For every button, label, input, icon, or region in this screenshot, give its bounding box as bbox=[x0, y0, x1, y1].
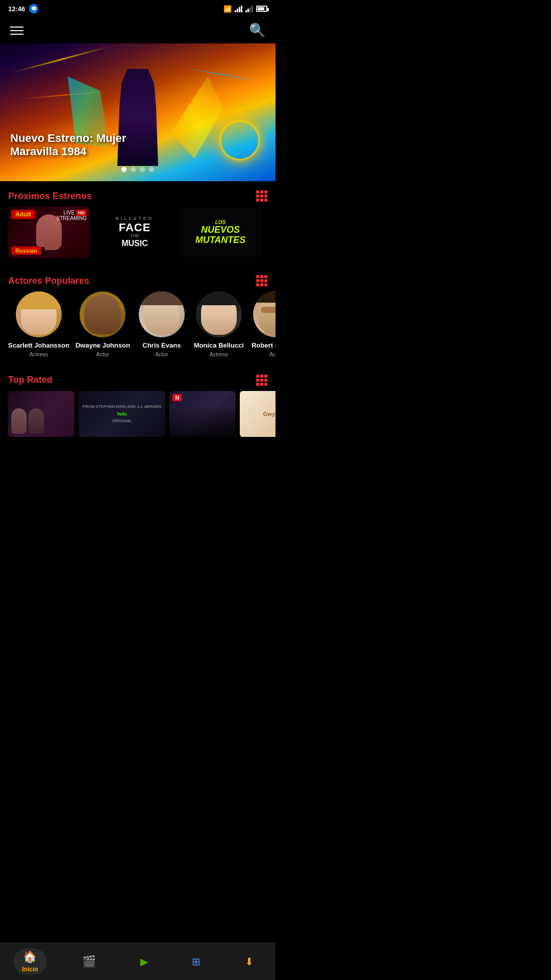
avatar-robert bbox=[253, 291, 276, 337]
toprated-scroll: FROM STEPHEN KING AND J.J. ABRAMS hulu O… bbox=[0, 391, 276, 445]
rated-card-3-bg: N bbox=[169, 391, 236, 437]
hero-banner[interactable]: Nuevo Estreno: Mujer Maravilla 1984 bbox=[0, 43, 276, 181]
signal-bars-2 bbox=[245, 6, 253, 12]
actor-role-robert: Actor bbox=[269, 351, 276, 357]
dot-3[interactable] bbox=[140, 167, 145, 172]
hair-chris bbox=[141, 291, 183, 305]
status-left: 12:46 💬 bbox=[8, 4, 38, 13]
russian-badge: Russian bbox=[11, 247, 41, 255]
actor-role-monica: Actress bbox=[210, 351, 229, 357]
actor-card-dwayne[interactable]: Dwayne Johnson Actor bbox=[76, 291, 130, 357]
hair-robert bbox=[255, 291, 276, 303]
rated-card-4[interactable]: Gwyn... bbox=[240, 391, 276, 437]
actor-name-monica: Monica Bellucci bbox=[194, 341, 244, 350]
time-display: 12:46 bbox=[8, 5, 25, 13]
billted-the: THE bbox=[116, 234, 154, 239]
actor-role-scarlett: Actress bbox=[30, 351, 48, 357]
rated-card-1[interactable] bbox=[8, 391, 74, 437]
face-robert bbox=[258, 294, 276, 335]
actor-card-monica[interactable]: Monica Bellucci Actress bbox=[193, 291, 244, 357]
movie-card-mutantes[interactable]: LOS NUEVOS MUTANTES bbox=[180, 207, 261, 258]
proximos-scroll: Adult LIVE HDSTREAMING ▶ live-video Russ… bbox=[0, 207, 276, 266]
avatar-dwayne bbox=[80, 291, 126, 337]
actor-card-chris[interactable]: Chris Evans Actor bbox=[136, 291, 187, 357]
rated-card-3[interactable]: N bbox=[169, 391, 236, 437]
status-right: 📶 bbox=[223, 5, 267, 13]
proximos-grid-button[interactable] bbox=[256, 190, 267, 202]
billted-face: FACE bbox=[116, 222, 154, 234]
battery-icon bbox=[256, 6, 267, 12]
netflix-card-label bbox=[169, 406, 236, 437]
toprated-section-header: Top Rated bbox=[0, 365, 276, 391]
rated-card-4-label: Gwyn... bbox=[263, 411, 276, 417]
carousel-dots bbox=[121, 167, 154, 172]
live-hd-badge: LIVE HDSTREAMING bbox=[57, 210, 87, 221]
netflix-badge: N bbox=[172, 394, 182, 401]
rated-card-2-text: FROM STEPHEN KING AND J.J. ABRAMS bbox=[83, 404, 161, 409]
toprated-grid-button[interactable] bbox=[256, 375, 267, 386]
actores-title: Actores Populares bbox=[8, 276, 89, 286]
toprated-title: Top Rated bbox=[8, 375, 53, 385]
mutantes-nuevos: NUEVOS bbox=[195, 225, 246, 235]
face-dwayne bbox=[84, 295, 121, 334]
avatar-chris bbox=[139, 291, 185, 337]
actor-card-scarlett[interactable]: Scarlett Johansson Actress bbox=[8, 291, 69, 357]
face-chris bbox=[144, 294, 180, 335]
mutantes-bg: LOS NUEVOS MUTANTES bbox=[180, 207, 261, 258]
actor-name-dwayne: Dwayne Johnson bbox=[76, 341, 130, 350]
search-button[interactable]: 🔍 bbox=[249, 22, 265, 38]
actores-section-header: Actores Populares bbox=[0, 266, 276, 291]
actor-name-robert: Robert Downey bbox=[252, 341, 276, 350]
mutantes-text: LOS NUEVOS MUTANTES bbox=[195, 219, 246, 246]
rated-card-2-bg: FROM STEPHEN KING AND J.J. ABRAMS hulu O… bbox=[79, 391, 165, 437]
avatar-monica bbox=[196, 291, 242, 337]
billted-text: BILL&TED FACE THE MUSIC bbox=[116, 216, 154, 248]
proximos-section-header: Próximos Estrenos bbox=[0, 181, 276, 207]
rated-card-1-figures bbox=[11, 408, 44, 434]
adult-badge: Adult bbox=[11, 210, 35, 219]
actor-name-chris: Chris Evans bbox=[142, 341, 181, 350]
signal-bars bbox=[235, 6, 242, 12]
hair-scarlett bbox=[17, 291, 61, 309]
dot-1[interactable] bbox=[121, 167, 127, 172]
figure-2 bbox=[29, 408, 44, 434]
billted-music: MUSIC bbox=[116, 239, 154, 248]
hulu-original: ORIGINAL bbox=[112, 419, 132, 423]
status-bar: 12:46 💬 📶 bbox=[0, 0, 276, 17]
actores-grid-button[interactable] bbox=[256, 275, 267, 286]
actor-card-robert[interactable]: Robert Downey Actor bbox=[251, 291, 276, 357]
dot-2[interactable] bbox=[131, 167, 136, 172]
movie-card-adult[interactable]: Adult LIVE HDSTREAMING ▶ live-video Russ… bbox=[8, 207, 90, 258]
actor-role-dwayne: Actor bbox=[96, 351, 110, 357]
actor-role-chris: Actor bbox=[155, 351, 168, 357]
face-scarlett bbox=[21, 294, 57, 335]
hair-monica bbox=[198, 291, 240, 305]
app-header: 🔍 bbox=[0, 17, 276, 43]
rated-card-1-bg bbox=[8, 391, 74, 437]
face-monica bbox=[201, 294, 237, 335]
rated-card-4-bg: Gwyn... bbox=[240, 391, 276, 437]
dot-4[interactable] bbox=[149, 167, 154, 172]
wifi-icon: 📶 bbox=[223, 5, 232, 13]
mutantes-name: MUTANTES bbox=[195, 235, 246, 246]
menu-button[interactable] bbox=[10, 27, 23, 35]
billted-bg: BILL&TED FACE THE MUSIC bbox=[94, 207, 176, 258]
sunglasses-robert bbox=[261, 307, 276, 313]
figure-1 bbox=[11, 408, 27, 434]
movie-card-billted[interactable]: BILL&TED FACE THE MUSIC bbox=[94, 207, 176, 258]
messenger-icon: 💬 bbox=[29, 4, 38, 13]
hulu-label: hulu bbox=[117, 411, 127, 416]
hero-title: Nuevo Estreno: Mujer Maravilla 1984 bbox=[10, 132, 163, 158]
avatar-scarlett bbox=[16, 291, 62, 337]
actor-name-scarlett: Scarlett Johansson bbox=[8, 341, 69, 350]
actors-scroll: Scarlett Johansson Actress Dwayne Johnso… bbox=[0, 291, 276, 365]
proximos-title: Próximos Estrenos bbox=[8, 191, 92, 202]
battery-fill bbox=[258, 7, 264, 10]
rated-card-2[interactable]: FROM STEPHEN KING AND J.J. ABRAMS hulu O… bbox=[79, 391, 165, 437]
